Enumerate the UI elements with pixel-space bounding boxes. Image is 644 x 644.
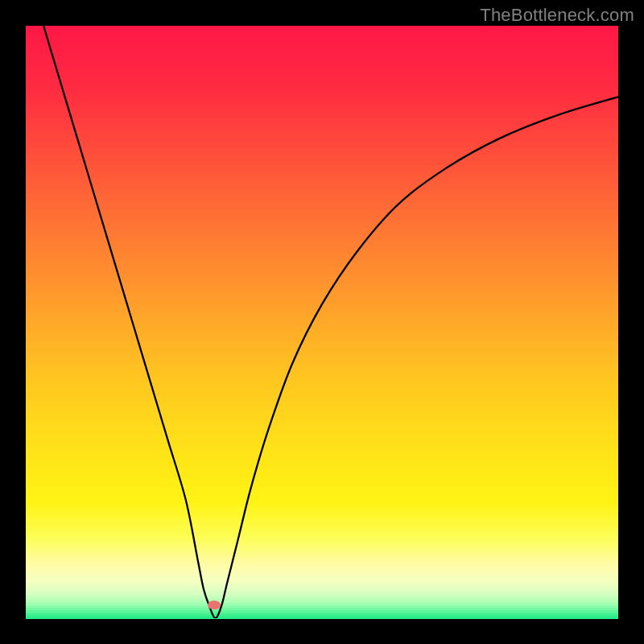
bottleneck-curve bbox=[26, 26, 618, 618]
plot-area bbox=[26, 26, 618, 618]
curve-path bbox=[43, 26, 618, 618]
watermark-text: TheBottleneck.com bbox=[480, 5, 634, 26]
optimum-marker bbox=[208, 601, 221, 609]
chart-root: TheBottleneck.com bbox=[0, 0, 644, 644]
